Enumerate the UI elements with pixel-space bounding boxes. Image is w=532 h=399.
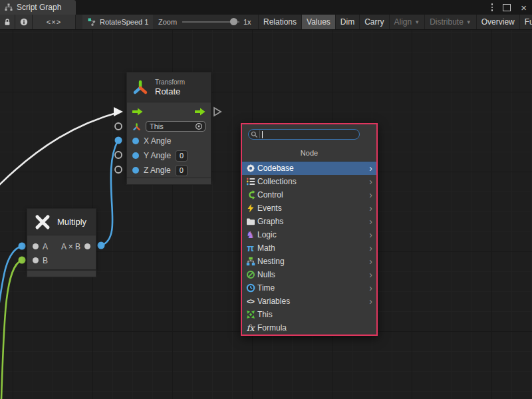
finder-item-logic[interactable]: ♞ Logic ›	[242, 228, 376, 241]
finder-item-nulls[interactable]: Nulls ›	[242, 268, 376, 281]
list-icon	[245, 177, 255, 187]
multiply-output-port-circle[interactable]	[98, 242, 105, 249]
multiply-a-row[interactable]: A A × B	[27, 239, 96, 253]
finder-item-graphs[interactable]: Graphs ›	[242, 215, 376, 228]
zoom-value: 1x	[243, 15, 251, 29]
transform-axes-icon	[132, 78, 149, 96]
breadcrumb-label: RotateSpeed 1	[100, 18, 148, 26]
multiply-x-icon	[35, 214, 51, 230]
values-button[interactable]: Values	[301, 15, 335, 29]
menu-dots-icon[interactable]	[491, 3, 493, 11]
tab-title: Script Graph	[17, 3, 61, 12]
lock-button[interactable]	[0, 15, 15, 29]
value-port-icon	[33, 243, 39, 249]
transform-axes-icon	[132, 122, 141, 131]
toolbar-button-group: Relations Values Dim Carry Align▼ Distri…	[258, 15, 532, 29]
null-icon	[245, 270, 255, 280]
bolt-icon	[245, 203, 255, 213]
xangle-port-row[interactable]: X Angle	[127, 134, 211, 148]
finder-item-formula[interactable]: fx Formula	[242, 321, 376, 334]
finder-item-collections[interactable]: Collections ›	[242, 175, 376, 188]
value-port-icon	[132, 138, 139, 144]
fullscreen-button[interactable]: Full Screen	[519, 15, 532, 29]
wire-blue-input-a[interactable]	[0, 246, 22, 326]
graph-toolbar: <×> RotateSpeed 1 Zoom 1x Relations Valu…	[0, 15, 532, 30]
branch-icon	[245, 190, 255, 200]
fx-icon: fx	[245, 323, 255, 333]
finder-item-time[interactable]: Time ›	[242, 281, 376, 295]
submenu-chevron-icon: ›	[369, 230, 372, 239]
finder-item-control[interactable]: Control ›	[242, 188, 376, 201]
breadcrumb[interactable]: RotateSpeed 1	[82, 15, 153, 29]
maximize-icon[interactable]	[503, 4, 511, 11]
finder-item-events[interactable]: Events ›	[242, 201, 376, 215]
this-port-row: This	[127, 119, 211, 134]
flow-in-arrow-icon[interactable]	[132, 108, 143, 116]
dim-button[interactable]: Dim	[335, 15, 359, 29]
finder-item-nesting[interactable]: Nesting ›	[242, 255, 376, 268]
finder-item-codebase[interactable]: Codebase ›	[242, 162, 376, 175]
zangle-value-field[interactable]: 0	[176, 165, 188, 176]
this-arrows-icon	[245, 310, 255, 320]
submenu-chevron-icon: ›	[369, 217, 372, 226]
magnifier-box[interactable]	[249, 130, 260, 138]
node-body: A A × B B	[27, 235, 96, 269]
multiply-b-row[interactable]: B	[27, 253, 96, 267]
carry-button[interactable]: Carry	[359, 15, 388, 29]
target-dot-icon[interactable]	[195, 122, 203, 130]
multiply-b-port-circle[interactable]	[19, 257, 26, 264]
value-port-icon	[132, 152, 139, 159]
yangle-port-row[interactable]: Y Angle 0	[127, 148, 211, 163]
submenu-chevron-icon: ›	[369, 243, 372, 253]
wire-flow-white[interactable]	[0, 112, 120, 192]
node-title: Rotate	[155, 86, 185, 96]
multiply-a-port-circle[interactable]	[19, 243, 26, 250]
zoom-slider-handle[interactable]	[230, 18, 237, 25]
value-port-icon	[132, 167, 139, 174]
flow-output-port-arrow[interactable]	[214, 108, 221, 116]
this-field-value: This	[150, 122, 195, 130]
submenu-chevron-icon: ›	[369, 177, 372, 186]
chevron-down-icon: ▼	[466, 19, 471, 25]
window-controls: ×	[491, 0, 527, 15]
this-object-field[interactable]: This	[146, 121, 205, 132]
zangle-port-row[interactable]: Z Angle 0	[127, 163, 211, 178]
submenu-chevron-icon: ›	[369, 297, 372, 306]
overview-button[interactable]: Overview	[476, 15, 519, 29]
finder-item-math[interactable]: π Math ›	[242, 241, 376, 255]
search-input[interactable]	[248, 129, 360, 140]
finder-item-this[interactable]: This	[242, 308, 376, 321]
flow-port-row	[127, 104, 211, 119]
node-multiply[interactable]: Multiply A A × B B	[27, 208, 96, 270]
search-icon	[251, 131, 258, 138]
close-icon[interactable]: ×	[521, 3, 527, 13]
yangle-port-circle[interactable]	[115, 152, 122, 158]
submenu-chevron-icon: ›	[369, 283, 372, 293]
submenu-chevron-icon: ›	[369, 164, 372, 173]
flow-out-arrow-icon[interactable]	[195, 108, 205, 116]
relations-button[interactable]: Relations	[258, 15, 301, 29]
code-view-button[interactable]: <×>	[33, 15, 76, 29]
value-port-icon	[33, 257, 39, 263]
tab-script-graph[interactable]: Script Graph	[0, 0, 76, 15]
info-button[interactable]	[15, 15, 33, 29]
value-port-icon	[84, 243, 90, 249]
graph-canvas[interactable]: Transform Rotate	[0, 30, 532, 399]
yangle-value-field[interactable]: 0	[176, 150, 188, 162]
flow-input-port-arrow[interactable]	[114, 107, 123, 116]
xangle-port-circle[interactable]	[115, 137, 122, 144]
multiply-output-label: A × B	[61, 242, 80, 251]
wire-green-input-b[interactable]	[1, 260, 22, 399]
node-transform-rotate[interactable]: Transform Rotate	[126, 72, 211, 180]
script-graph-icon	[5, 3, 13, 11]
this-port-circle[interactable]	[115, 123, 122, 130]
submenu-chevron-icon: ›	[369, 257, 372, 266]
zangle-port-circle[interactable]	[115, 166, 122, 173]
zoom-label: Zoom	[158, 15, 177, 29]
node-header: Transform Rotate	[127, 72, 211, 102]
info-icon	[20, 18, 28, 26]
distribute-dropdown[interactable]: Distribute▼	[424, 15, 476, 29]
align-dropdown[interactable]: Align▼	[389, 15, 425, 29]
finder-item-variables[interactable]: <> Variables ›	[242, 295, 376, 308]
text-cursor	[262, 131, 263, 138]
